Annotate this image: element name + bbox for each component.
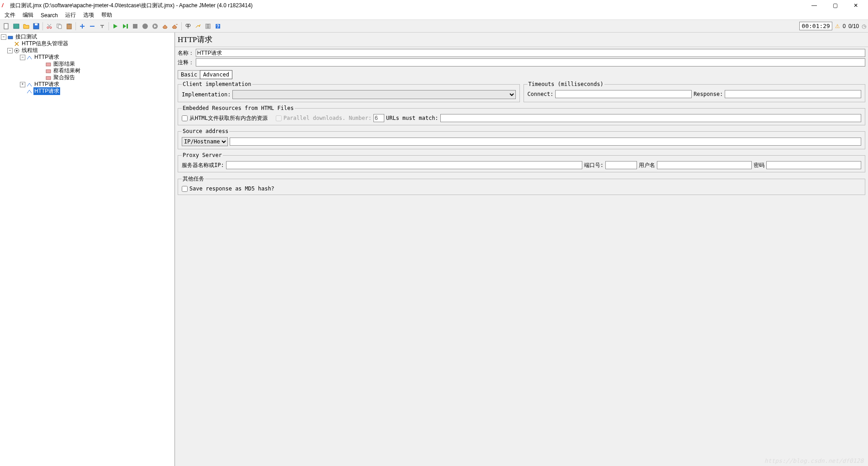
new-icon[interactable] [2, 22, 11, 31]
separator [75, 22, 76, 30]
warning-count: 0 [843, 23, 846, 29]
proxy-server-fieldset: Proxy Server 服务器名称或IP: 端口号: 用户名 密码 [178, 152, 865, 172]
timeouts-fieldset: Timeouts (milliseconds) Connect: Respons… [524, 81, 866, 102]
open-icon[interactable] [22, 22, 31, 31]
clear-icon[interactable] [160, 22, 170, 31]
window-controls: — ▢ ✕ [804, 0, 866, 11]
start-icon[interactable] [111, 22, 120, 31]
source-address-type-select[interactable]: IP/Hostname [182, 137, 228, 146]
gauge-icon[interactable]: ◷ [862, 23, 866, 29]
cut-icon[interactable] [45, 22, 54, 31]
comment-input[interactable] [196, 58, 865, 67]
proxy-user-input[interactable] [657, 161, 752, 169]
titlebar: / 接口测试.jmx (D:\software\apache-jmeter-4.… [0, 0, 868, 11]
listener-icon [45, 75, 52, 81]
response-label: Response: [693, 91, 723, 97]
connect-label: Connect: [528, 91, 554, 97]
urls-must-match-label: URLs must match: [386, 115, 439, 121]
toggle-icon[interactable] [98, 22, 107, 31]
clear-all-icon[interactable] [170, 22, 179, 31]
separator [42, 22, 43, 30]
start-no-pause-icon[interactable] [121, 22, 130, 31]
proxy-server-label: 服务器名称或IP: [182, 162, 224, 169]
help-icon[interactable]: ? [213, 22, 222, 31]
proxy-legend: Proxy Server [182, 152, 223, 158]
optional-legend: 其他任务 [182, 175, 205, 183]
menu-options[interactable]: 选项 [80, 10, 98, 20]
warning-icon[interactable]: ⚠ [835, 23, 840, 29]
tab-advanced[interactable]: Advanced [200, 70, 232, 79]
svg-text:?: ? [217, 24, 219, 29]
function-helper-icon[interactable] [203, 22, 212, 31]
source-address-legend: Source address [182, 128, 229, 134]
save-md5-checkbox[interactable] [182, 186, 188, 192]
tree-toggle[interactable]: − [1, 34, 6, 40]
embedded-legend: Embedded Resources from HTML Files [182, 105, 295, 111]
test-plan-tree[interactable]: − 接口测试 HTTP信息头管理器 − [0, 33, 175, 466]
menu-file[interactable]: 文件 [1, 10, 19, 20]
source-address-input[interactable] [230, 138, 861, 146]
retrieve-embedded-checkbox[interactable] [182, 115, 188, 121]
parallel-number-input [373, 114, 384, 122]
embedded-resources-fieldset: Embedded Resources from HTML Files 从HTML… [178, 105, 865, 125]
name-input[interactable] [196, 49, 865, 57]
separator [108, 22, 109, 30]
svg-rect-23 [46, 76, 51, 80]
stop-icon[interactable] [131, 22, 140, 31]
menu-search[interactable]: Search [37, 11, 61, 19]
svg-rect-9 [68, 24, 70, 25]
copy-icon[interactable] [55, 22, 64, 31]
proxy-port-label: 端口号: [584, 162, 604, 169]
urls-must-match-input[interactable] [440, 114, 861, 122]
tree-toggle[interactable]: − [20, 55, 25, 60]
maximize-button[interactable]: ▢ [825, 0, 845, 11]
close-button[interactable]: ✕ [845, 0, 866, 11]
svg-rect-0 [4, 24, 8, 29]
collapse-icon[interactable] [88, 22, 97, 31]
menu-help[interactable]: 帮助 [98, 10, 116, 20]
tab-basic[interactable]: Basic [178, 70, 200, 79]
tree-toggle[interactable]: + [20, 82, 25, 87]
test-plan-icon [7, 34, 14, 40]
parallel-downloads-label: Parallel downloads. Number: [283, 115, 372, 121]
svg-rect-21 [46, 63, 51, 66]
tree-toggle[interactable]: − [7, 48, 13, 53]
proxy-user-label: 用户名 [639, 162, 655, 169]
tab-bar: Basic Advanced [175, 70, 868, 79]
shutdown-icon[interactable] [141, 22, 150, 31]
templates-icon[interactable] [12, 22, 21, 31]
menu-run[interactable]: 运行 [61, 10, 80, 20]
implementation-select[interactable] [232, 90, 515, 99]
implementation-label: Implementation: [182, 91, 231, 98]
svg-rect-3 [35, 24, 38, 25]
proxy-port-input[interactable] [605, 161, 637, 169]
menu-edit[interactable]: 编辑 [19, 10, 37, 20]
response-input[interactable] [725, 90, 861, 98]
proxy-server-input[interactable] [226, 161, 582, 169]
tree-node-http-request-selected[interactable]: HTTP请求 [33, 87, 60, 95]
remote-start-icon[interactable] [151, 22, 160, 31]
config-icon [14, 41, 20, 47]
thread-group-icon [14, 48, 20, 54]
search-icon[interactable] [184, 22, 193, 31]
retrieve-embedded-label: 从HTML文件获取所有内含的资源 [189, 114, 268, 122]
window-title: 接口测试.jmx (D:\software\apache-jmeter-4.0\… [10, 2, 804, 10]
editor-panel: HTTP请求 名称： 注释： Basic Advanced Client [175, 33, 868, 466]
proxy-pass-input[interactable] [766, 161, 861, 169]
proxy-pass-label: 密码 [754, 162, 764, 169]
client-impl-legend: Client implementation [182, 81, 252, 87]
svg-point-11 [142, 24, 148, 29]
comment-label: 注释： [178, 59, 194, 67]
save-icon[interactable] [32, 22, 41, 31]
connect-input[interactable] [555, 90, 692, 98]
expand-icon[interactable] [78, 22, 87, 31]
menubar: 文件 编辑 Search 运行 选项 帮助 [0, 11, 868, 20]
thread-count: 0/10 [849, 23, 859, 29]
minimize-button[interactable]: — [804, 0, 825, 11]
svg-point-14 [188, 24, 190, 27]
reset-search-icon[interactable] [193, 22, 203, 31]
paste-icon[interactable] [65, 22, 74, 31]
name-label: 名称： [178, 49, 194, 57]
parallel-downloads-checkbox [276, 115, 282, 121]
source-address-fieldset: Source address IP/Hostname [178, 128, 865, 149]
